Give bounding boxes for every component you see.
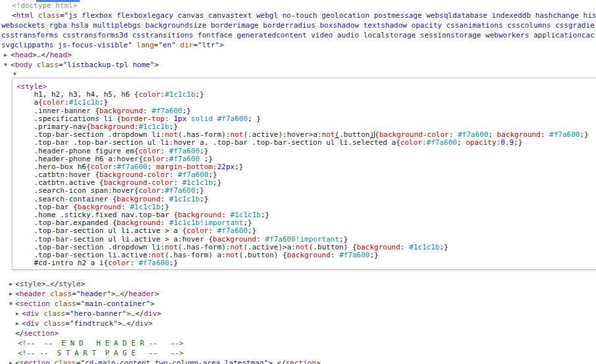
css-line[interactable]: .hero-box h6{color:#f7a600; margin-botto…: [16, 163, 596, 171]
token-prop: color: [138, 147, 160, 155]
tree-row[interactable]: ▶<div class="findtruck">…</div>: [0, 319, 596, 328]
token-plain: </: [41, 51, 49, 59]
css-line[interactable]: .search-container {background: #1c1c1b;}: [16, 195, 596, 203]
token-sel: .top-bar .top-bar-section ul li:hover a,…: [16, 139, 400, 147]
token-ellipsis: …: [115, 290, 120, 298]
token-kw: #1c1c1b: [69, 99, 99, 107]
css-line[interactable]: .search-icon span:hover{color:#f7a600;}: [16, 187, 596, 195]
token-prop: background: [287, 251, 331, 259]
token-prop: color: [108, 259, 130, 267]
token-prop: not: [230, 244, 244, 251]
token-plain: >: [55, 329, 59, 338]
token-value: csstransforms csstransforms3d csstransit…: [1, 31, 595, 39]
css-line[interactable]: .inner-banner {background: #f7a600;}: [16, 107, 596, 115]
css-line[interactable]: .header-phone figure em{color: #f7a600;}: [16, 147, 596, 155]
css-line[interactable]: a{color:#1c1c1b;}: [16, 99, 596, 107]
token-sel: (.button) {: [309, 244, 357, 251]
token-tag: html: [16, 11, 34, 20]
token-plain: <: [15, 359, 20, 364]
token-sel: .search-icon span:hover{: [16, 187, 138, 195]
css-line[interactable]: .top-bar.expanded {background: #1c1c1b!i…: [16, 219, 596, 227]
token-plain: [32, 61, 37, 69]
token-kw: #1c1c1b: [130, 203, 160, 211]
css-line[interactable]: .top-bar .top-bar-section ul li:hover a,…: [16, 139, 596, 147]
chevron-right-icon[interactable]: ▶: [9, 289, 13, 299]
token-attr: class: [50, 290, 72, 298]
token-plain: <: [15, 290, 20, 298]
token-plain: <: [15, 299, 20, 308]
token-sel: (.button) {: [239, 251, 287, 259]
token-sel: .top-bar-section .dropdown li:: [16, 244, 165, 251]
css-line[interactable]: <style>: [16, 83, 596, 91]
token-sel: ;}: [161, 203, 169, 211]
tree-row[interactable]: ▶<section class="cd-main-content two-col…: [0, 358, 596, 364]
token-sel: ;: [148, 163, 156, 171]
tree-row[interactable]: ▶<header class="header">…</header>: [0, 289, 596, 299]
css-line[interactable]: .top-bar-section .dropdown li:not(.has-f…: [16, 131, 596, 139]
tree-row[interactable]: <!doctype html>: [0, 1, 596, 11]
tree-row[interactable]: csstransforms csstransforms3d csstransit…: [0, 30, 596, 40]
token-kw: #f7a600: [165, 187, 195, 195]
token-prop: color: [143, 155, 165, 163]
token-value: "js flexbox flexboxlegacy canvas canvast…: [65, 11, 596, 20]
css-line[interactable]: .specifications li {border-top: 1px soli…: [16, 115, 596, 123]
token-sel: ;}: [208, 171, 217, 179]
css-line[interactable]: .primary-nav{background:#1c1c1b;}: [16, 123, 596, 131]
token-plain: </: [50, 280, 59, 288]
token-tag: style: [59, 280, 80, 288]
css-line[interactable]: .header-phone h6 a:hover{color:#f7a600 ;…: [16, 155, 596, 163]
token-plain: >: [155, 61, 159, 69]
tree-row[interactable]: ▶<head>…</head>: [0, 50, 596, 60]
token-sel: .inner-banner {: [16, 107, 99, 115]
css-line[interactable]: .top-bar-section ul li.active > a:hover …: [16, 236, 596, 244]
chevron-right-icon[interactable]: ▶: [16, 309, 19, 319]
token-sel: :: [165, 115, 173, 123]
css-line[interactable]: .catbtn.active {background-color: #1c1c1…: [16, 179, 596, 187]
tree-row[interactable]: <html class="js flexbox flexboxlegacy ca…: [0, 11, 596, 20]
chevron-down-icon[interactable]: ▼: [9, 299, 13, 309]
css-line[interactable]: .home .sticky.fixed nav.top-bar {backgro…: [16, 211, 596, 219]
chevron-down-icon[interactable]: ▼: [4, 60, 7, 70]
tree-row[interactable]: ▶<style>…</style>: [0, 279, 596, 289]
tree-row[interactable]: ▼<body class="listbackup-tpl home">: [0, 60, 596, 70]
token-kw: #1c1c1b: [182, 179, 213, 187]
chevron-right-icon[interactable]: ▶: [9, 279, 13, 289]
tree-row[interactable]: </section>: [0, 328, 596, 338]
token-attr: class: [38, 11, 60, 20]
token-sel: ;}: [514, 139, 522, 147]
token-prop: background: [497, 131, 541, 139]
chevron-right-icon[interactable]: ▶: [16, 319, 19, 328]
token-sel: :: [400, 244, 409, 251]
token-sel: :: [208, 227, 217, 235]
token-sel: [213, 115, 217, 123]
css-line[interactable]: #cd-intro h2 a i{color: #f7a600;}: [16, 259, 596, 267]
token-kw: #f7a600: [138, 259, 169, 267]
dom-tree-top: <!doctype html><html class="js flexbox f…: [0, 1, 596, 78]
token-mbracket: ): [369, 131, 374, 139]
style-edit-box[interactable]: <style> h1, h2, h3, h4, h5, h6 {color:#1…: [12, 78, 596, 270]
token-prop: color: [138, 91, 160, 99]
tree-row[interactable]: ▶<div class="hero-banner">…</div>: [0, 309, 596, 319]
token-sel: :: [221, 211, 230, 219]
token-value: "hero-banner": [70, 309, 126, 318]
token-prop: not: [165, 244, 178, 251]
chevron-right-icon[interactable]: ▶: [9, 358, 13, 364]
css-line[interactable]: .top-bar-section .dropdown li:not(.has-f…: [16, 244, 596, 251]
css-line[interactable]: h1, h2, h3, h4, h5, h6 {color:#1c1c1b;}: [16, 91, 596, 99]
token-prop: background: [357, 244, 400, 251]
token-sel: ;}: [200, 147, 208, 155]
tree-row[interactable]: <!-- -- S T A R T P A G E -- -->: [0, 348, 596, 358]
css-line[interactable]: .top-bar-section ul li.active > a {color…: [16, 227, 596, 235]
token-value: websockets rgba hsla multiplebgs backgro…: [1, 21, 595, 30]
tree-row[interactable]: websockets rgba hsla multiplebgs backgro…: [0, 20, 596, 30]
tree-row[interactable]: ▼<section class="main-container">: [0, 299, 596, 309]
tree-row[interactable]: svgclippaths js-focus-visible" lang="en"…: [0, 40, 596, 50]
css-line[interactable]: .top-bar-section li.active:not(.has-form…: [16, 251, 596, 259]
chevron-right-icon[interactable]: ▶: [4, 50, 7, 60]
css-line[interactable]: .catbtn:hover {background-color: #f7a600…: [16, 171, 596, 179]
token-sel: :: [331, 251, 339, 259]
token-plain: [50, 359, 55, 364]
token-sel: :: [541, 131, 549, 139]
css-line[interactable]: .top-bar {background: #1c1c1b;}: [16, 203, 596, 211]
tree-row[interactable]: <!-- -- E N D H E A D E R -- -->: [0, 338, 596, 348]
